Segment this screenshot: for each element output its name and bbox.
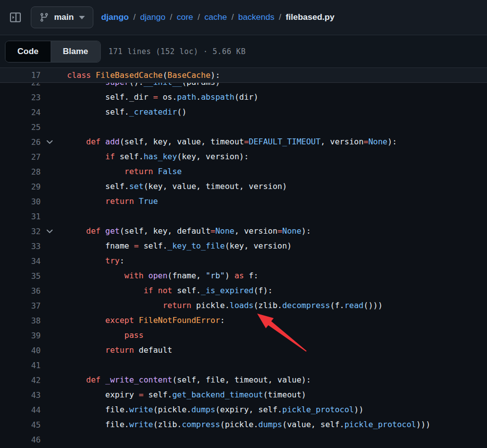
- code-token: [67, 256, 105, 265]
- code-token: ())): [363, 301, 383, 310]
- line-number[interactable]: 28: [0, 167, 41, 177]
- sticky-code-text: class FileBasedCache(BaseCache):: [59, 68, 220, 83]
- code-token: [67, 226, 86, 236]
- breadcrumb-link-django[interactable]: django: [140, 12, 165, 22]
- line-number[interactable]: 23: [0, 93, 41, 102]
- chevron-down-icon: [79, 16, 85, 19]
- code-token: pickle_protocol: [282, 405, 354, 414]
- breadcrumb-separator: /: [170, 12, 172, 22]
- code-token: (self, key, value, timeout: [120, 137, 244, 146]
- code-token: os.: [158, 92, 177, 102]
- code-token: _is_expired: [201, 286, 254, 295]
- line-number[interactable]: 31: [0, 212, 41, 221]
- code-token: [100, 137, 105, 146]
- code-token: ): [225, 271, 234, 280]
- code-token: return: [163, 301, 192, 310]
- code-token: (zlib.: [254, 301, 282, 310]
- code-token: [67, 316, 105, 325]
- code-token: [153, 286, 158, 295]
- code-line-text: if not self._is_expired(f):: [59, 283, 273, 298]
- breadcrumb-link-core[interactable]: core: [177, 12, 193, 22]
- line-number[interactable]: 40: [0, 346, 41, 355]
- code-token: :: [120, 256, 125, 265]
- code-token: None: [215, 226, 235, 236]
- code-token: (f.: [330, 301, 345, 310]
- code-token: [67, 271, 125, 280]
- code-token: file.: [67, 420, 129, 429]
- line-number[interactable]: 32: [0, 227, 41, 236]
- code-token: f:: [244, 271, 258, 280]
- line-number[interactable]: 43: [0, 390, 41, 400]
- code-token: =: [363, 137, 368, 146]
- code-token: dumps: [191, 405, 215, 414]
- line-number[interactable]: 38: [0, 316, 41, 325]
- code-line: 31: [0, 209, 487, 224]
- line-number[interactable]: 25: [0, 123, 41, 132]
- code-token: self.: [172, 286, 201, 295]
- code-token: ):: [301, 226, 311, 236]
- line-number[interactable]: 27: [0, 152, 41, 162]
- branch-selector-button[interactable]: main: [31, 6, 93, 28]
- line-number[interactable]: 39: [0, 331, 41, 340]
- code-token: except: [105, 316, 134, 325]
- breadcrumb-separator: /: [198, 12, 200, 22]
- line-number[interactable]: 45: [0, 420, 41, 430]
- code-line: 41: [0, 358, 487, 373]
- code-line: 23 self._dir = os.path.abspath(dir): [0, 90, 487, 105]
- code-line-text: return pickle.loads(zlib.decompress(f.re…: [59, 298, 383, 313]
- line-number[interactable]: 24: [0, 108, 41, 117]
- code-token: FileNotFoundError: [139, 316, 220, 325]
- code-token: read: [345, 301, 364, 310]
- code-token: ):: [210, 70, 220, 80]
- code-token: write: [129, 405, 153, 414]
- line-number[interactable]: 30: [0, 197, 41, 206]
- line-number[interactable]: 44: [0, 405, 41, 415]
- collapse-chevron-icon[interactable]: [45, 227, 54, 236]
- code-token: default: [134, 345, 172, 355]
- code-token: dumps: [258, 420, 282, 429]
- code-token: ):: [387, 137, 397, 146]
- code-line: 27 if self.has_key(key, version):: [0, 149, 487, 164]
- code-token: , version: [321, 137, 364, 146]
- line-number[interactable]: 37: [0, 301, 41, 311]
- code-token: =: [278, 226, 282, 236]
- code-line: 32 def get(self, key, default=None, vers…: [0, 224, 487, 239]
- code-line: 35 with open(fname, "rb") as f:: [0, 268, 487, 283]
- tab-code[interactable]: Code: [5, 41, 51, 62]
- line-number[interactable]: 42: [0, 376, 41, 385]
- code-token: False: [158, 167, 182, 176]
- line-number[interactable]: 33: [0, 242, 41, 251]
- branch-name: main: [54, 12, 74, 22]
- code-token: try: [105, 256, 120, 265]
- code-token: def: [86, 137, 101, 146]
- breadcrumb-link-repo[interactable]: django: [101, 12, 129, 22]
- line-number[interactable]: 34: [0, 256, 41, 266]
- code-token: [67, 196, 105, 206]
- sticky-scope-line[interactable]: 17 class FileBasedCache(BaseCache):: [0, 68, 487, 83]
- line-number[interactable]: 41: [0, 361, 41, 370]
- code-token: (pickle.: [153, 405, 191, 414]
- code-line-text: with open(fname, "rb") as f:: [59, 268, 258, 283]
- code-token: open: [148, 271, 168, 280]
- code-token: self.: [115, 152, 143, 161]
- expand-file-tree-button[interactable]: [8, 10, 23, 25]
- tab-blame[interactable]: Blame: [51, 41, 100, 62]
- code-token: self.: [139, 241, 168, 251]
- line-number[interactable]: 46: [0, 435, 41, 445]
- line-number[interactable]: 35: [0, 271, 41, 281]
- code-token: compress: [182, 420, 220, 429]
- side-panel-expand-icon: [8, 10, 22, 24]
- code-token: [67, 167, 125, 176]
- line-number[interactable]: 29: [0, 182, 41, 192]
- line-number[interactable]: 26: [0, 137, 41, 147]
- code-token: [67, 345, 105, 355]
- breadcrumb-link-backends[interactable]: backends: [238, 12, 275, 22]
- line-number[interactable]: 36: [0, 286, 41, 296]
- breadcrumb-link-cache[interactable]: cache: [205, 12, 227, 22]
- code-token: (pickle.: [220, 420, 258, 429]
- collapse-chevron-icon[interactable]: [45, 137, 54, 146]
- code-line: 26 def add(self, key, value, timeout=DEF…: [0, 134, 487, 149]
- code-line: 33 fname = self._key_to_file(key, versio…: [0, 239, 487, 254]
- code-token: _write_content: [105, 375, 172, 384]
- line-number[interactable]: 17: [0, 70, 41, 80]
